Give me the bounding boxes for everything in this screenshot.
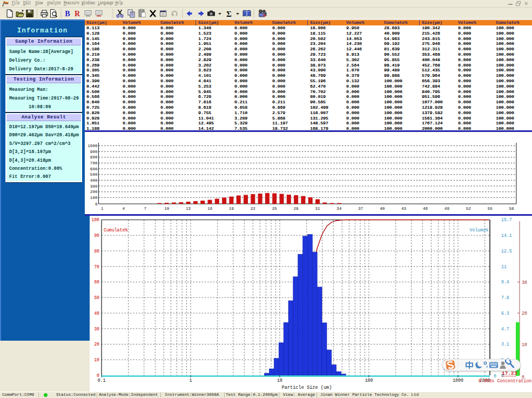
svg-text:20: 20 xyxy=(522,311,527,316)
svg-text:16: 16 xyxy=(207,207,213,211)
svg-text:0.008s Concentration: 0.008s Concentration xyxy=(479,379,531,383)
svg-text:49: 49 xyxy=(445,207,450,211)
svg-text:800: 800 xyxy=(90,155,98,160)
svg-text:30: 30 xyxy=(522,280,527,285)
svg-text:40: 40 xyxy=(380,207,385,211)
svg-text:40: 40 xyxy=(94,311,99,316)
svg-text:52: 52 xyxy=(466,207,472,211)
svg-text:4.7: 4.7 xyxy=(501,327,509,331)
svg-text:4: 4 xyxy=(123,207,125,211)
svg-text:19: 19 xyxy=(229,207,234,211)
svg-text:300: 300 xyxy=(90,184,98,189)
svg-text:Cumulate%: Cumulate% xyxy=(104,228,127,233)
svg-text:6.3: 6.3 xyxy=(501,311,509,316)
svg-text:34: 34 xyxy=(336,207,342,211)
svg-text:90: 90 xyxy=(94,233,99,238)
svg-text:46: 46 xyxy=(423,207,428,211)
svg-text:R: R xyxy=(75,10,80,18)
svg-text:200: 200 xyxy=(90,190,98,194)
svg-text:Volume%: Volume% xyxy=(470,228,488,233)
svg-text:3.1: 3.1 xyxy=(501,342,509,347)
svg-text:55: 55 xyxy=(488,207,493,211)
svg-text:Σ: Σ xyxy=(226,10,232,18)
svg-text:60: 60 xyxy=(94,280,99,284)
svg-text:11: 11 xyxy=(501,264,507,269)
svg-text:400: 400 xyxy=(90,178,98,183)
svg-text:1: 1 xyxy=(190,378,192,383)
svg-text:10: 10 xyxy=(522,342,527,347)
svg-text:37: 37 xyxy=(358,207,363,211)
svg-text:13: 13 xyxy=(186,207,191,211)
svg-text:1: 1 xyxy=(101,207,104,211)
svg-text:7: 7 xyxy=(144,207,147,211)
svg-text:100: 100 xyxy=(90,196,98,200)
svg-text:600: 600 xyxy=(90,167,98,171)
svg-text:1000: 1000 xyxy=(453,378,463,383)
svg-text:Particle Size (um): Particle Size (um) xyxy=(282,385,332,390)
svg-text:10: 10 xyxy=(94,357,99,362)
svg-text:0: 0 xyxy=(97,373,99,378)
svg-text:10: 10 xyxy=(164,207,170,211)
svg-text:22: 22 xyxy=(251,207,256,211)
svg-text:700: 700 xyxy=(90,161,98,165)
svg-text:0.1: 0.1 xyxy=(98,378,106,383)
svg-text:50: 50 xyxy=(94,295,99,300)
svg-text:900: 900 xyxy=(90,150,98,154)
svg-text:100: 100 xyxy=(365,378,373,383)
svg-text:43: 43 xyxy=(401,207,407,211)
svg-text:28: 28 xyxy=(294,207,299,211)
svg-text:31: 31 xyxy=(315,207,320,211)
svg-text:100: 100 xyxy=(91,217,99,222)
svg-text:30: 30 xyxy=(94,327,99,331)
svg-text:80: 80 xyxy=(94,249,99,254)
svg-text:12.5: 12.5 xyxy=(501,249,512,254)
svg-text:0: 0 xyxy=(494,374,496,379)
svg-text:1000: 1000 xyxy=(87,144,98,148)
svg-text:10: 10 xyxy=(277,378,282,383)
svg-text:500: 500 xyxy=(90,173,98,177)
svg-text:7.8: 7.8 xyxy=(501,295,509,300)
svg-text:58: 58 xyxy=(509,207,515,211)
svg-text:15.7: 15.7 xyxy=(501,217,512,222)
svg-text:9.4: 9.4 xyxy=(501,280,509,284)
svg-text:20: 20 xyxy=(94,342,99,347)
svg-text:70: 70 xyxy=(94,264,99,269)
svg-text:B: B xyxy=(65,10,70,18)
svg-text:25: 25 xyxy=(272,207,278,211)
svg-text:0: 0 xyxy=(95,202,98,207)
svg-text:14.1: 14.1 xyxy=(501,233,512,238)
